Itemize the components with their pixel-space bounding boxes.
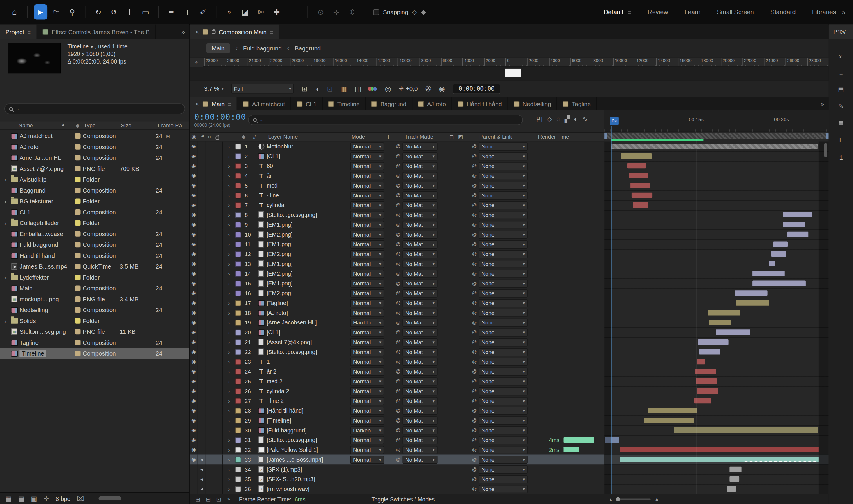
solo-cell[interactable] (206, 337, 214, 347)
expand-arrow[interactable]: › (225, 320, 233, 326)
workspace-standard[interactable]: Standard (770, 9, 796, 15)
eye-icon[interactable]: ◉ (192, 241, 196, 247)
composition-frame[interactable] (505, 69, 521, 77)
workspace-overflow-icon[interactable]: » (841, 8, 846, 16)
blend-mode-dropdown[interactable]: Normal▾ (351, 220, 384, 229)
lock-cell[interactable] (214, 327, 223, 337)
layer-duration-bar[interactable] (736, 300, 769, 305)
parent-pickwhip-icon[interactable]: @ (470, 290, 479, 296)
roto-brush-tool[interactable]: ✄ (254, 4, 268, 20)
rectangle-tool[interactable]: ▭ (139, 4, 152, 20)
layer-name[interactable]: [EM2.png] (267, 231, 351, 238)
matte-pickwhip-icon[interactable]: @ (394, 251, 403, 257)
parent-pickwhip-icon[interactable]: @ (470, 408, 479, 413)
parent-dropdown[interactable]: None▾ (479, 416, 528, 424)
project-row[interactable]: Stelton....svg.png PNG file 11 KB (0, 326, 190, 337)
layer-name[interactable]: Motionblur (267, 143, 351, 150)
blend-mode-dropdown[interactable]: Normal▾ (351, 211, 384, 219)
track-matte-dropdown[interactable]: No Mat▾ (403, 201, 438, 209)
expand-arrow[interactable]: › (225, 359, 233, 365)
blend-mode-dropdown[interactable]: Normal▾ (351, 142, 384, 150)
composition-ruler[interactable]: 2800026000240002200020000180001600014000… (190, 58, 828, 67)
track-matte-dropdown[interactable]: No Mat▾ (403, 259, 438, 268)
track-matte-dropdown[interactable]: No Mat▾ (403, 299, 438, 307)
timeline-tab-aj-roto[interactable]: AJ roto (412, 97, 452, 110)
pan-behind-tool[interactable]: ✛ (123, 4, 137, 20)
solo-cell[interactable] (206, 181, 214, 191)
track-matte-dropdown[interactable]: No Mat▾ (403, 397, 438, 405)
solo-cell[interactable] (206, 269, 214, 278)
column-track-matte[interactable]: Track Matte (405, 134, 433, 140)
item-name[interactable]: Solids (20, 318, 73, 324)
parent-dropdown[interactable]: None▾ (479, 475, 528, 483)
layer-duration-bar[interactable] (716, 329, 750, 335)
lock-cell[interactable] (214, 298, 223, 308)
layer-name[interactable]: [CL1] (267, 329, 351, 336)
tab-composition-main[interactable]: × Composition Main ≡ (190, 24, 279, 39)
layer-row[interactable]: ◉ ◄ › 27 T - line 2 Normal▾ @ No Mat▾ @ … (190, 396, 604, 406)
eye-icon[interactable]: ◉ (192, 271, 196, 276)
matte-pickwhip-icon[interactable]: @ (394, 368, 403, 374)
home-tool[interactable]: ⌂ (7, 4, 21, 20)
timeline-tab-main[interactable]: ×Main≡ (190, 97, 237, 110)
layer-duration-bar[interactable] (620, 447, 819, 452)
eye-icon[interactable]: ◉ (192, 339, 196, 345)
layer-name[interactable]: [EM2.png] (267, 270, 351, 277)
solo-cell[interactable] (206, 318, 214, 327)
item-name[interactable]: AJ roto (20, 144, 73, 150)
label-color-chip[interactable] (75, 133, 81, 139)
blend-mode-dropdown[interactable]: Normal▾ (351, 279, 384, 287)
layer-color-swatch[interactable] (235, 221, 241, 228)
label-color-chip[interactable] (75, 187, 81, 193)
tab-effect-controls[interactable]: Effect Controls James Brown - The B (37, 24, 156, 39)
layer-color-swatch[interactable] (235, 173, 241, 179)
info-comp-name[interactable]: Timeline (68, 43, 89, 50)
column-type[interactable]: Type (84, 122, 96, 128)
layer-color-swatch[interactable] (235, 427, 241, 433)
snap-option-2-icon[interactable]: ◆ (421, 8, 426, 16)
blend-mode-dropdown[interactable]: Normal▾ (351, 230, 384, 238)
blend-mode-dropdown[interactable]: Normal▾ (351, 397, 384, 405)
new-folder-icon[interactable]: ▤ (18, 494, 24, 502)
expand-arrow[interactable]: › (225, 212, 233, 218)
layer-name[interactable]: 60 (267, 163, 351, 169)
blend-mode-dropdown[interactable]: Normal▾ (351, 191, 384, 199)
parent-dropdown[interactable]: None▾ (479, 328, 528, 336)
layer-color-swatch[interactable] (235, 378, 241, 384)
parent-dropdown[interactable]: None▾ (479, 220, 528, 229)
eye-icon[interactable]: ◉ (192, 154, 196, 159)
parent-dropdown[interactable]: None▾ (479, 407, 528, 415)
track-matte-dropdown[interactable]: No Mat▾ (403, 358, 438, 366)
parent-pickwhip-icon[interactable]: @ (470, 329, 479, 335)
view-layout-icon[interactable]: ◫ (355, 85, 361, 93)
matte-pickwhip-icon[interactable]: @ (394, 447, 403, 452)
item-name[interactable]: Main (20, 285, 73, 292)
grid-and-guides-icon[interactable]: ⊞ (301, 85, 307, 93)
parent-pickwhip-icon[interactable]: @ (470, 428, 479, 433)
layer-row[interactable]: ◉ ◄ › 33 [James ...e Boss.mp4] Normal▾ @… (190, 455, 604, 465)
layer-color-swatch[interactable] (235, 408, 241, 414)
track-matte-dropdown[interactable]: No Mat▾ (403, 172, 438, 180)
column-parent-link[interactable]: Parent & Link (479, 134, 512, 140)
layer-row[interactable]: ◉ ◄ › 2 [CL1] Normal▾ @ No Mat▾ @ None▾ (190, 151, 604, 161)
layer-row[interactable]: ◉ ◄ › 10 [EM2.png] Normal▾ @ No Mat▾ @ N… (190, 229, 604, 239)
snapping-checkbox[interactable] (373, 9, 379, 15)
matte-pickwhip-icon[interactable]: @ (394, 310, 403, 316)
item-name[interactable]: AJ matchcut (20, 133, 73, 140)
project-row[interactable]: Baggrund Composition 24 (0, 185, 190, 196)
solo-cell[interactable] (206, 200, 214, 210)
project-row[interactable]: Nedtælling Composition 24 (0, 305, 190, 316)
lock-cell[interactable] (214, 308, 223, 318)
track-matte-dropdown[interactable]: No Mat▾ (403, 250, 438, 258)
eye-icon[interactable]: ◉ (192, 457, 196, 462)
solo-cell[interactable] (206, 474, 214, 484)
layer-color-swatch[interactable] (235, 349, 241, 355)
lock-cell[interactable] (214, 386, 223, 396)
solo-cell[interactable] (206, 288, 214, 298)
layer-row[interactable]: ◉ ◄ › 19 [Arne Jacobsen HL] Hard Li...▾ … (190, 318, 604, 327)
expand-arrow[interactable]: › (225, 388, 233, 394)
magnification-dropdown[interactable]: 3,7 % ▾ (204, 85, 224, 92)
eye-icon[interactable]: ◉ (192, 437, 196, 443)
solo-cell[interactable] (206, 386, 214, 396)
eye-icon[interactable]: ◉ (192, 212, 196, 217)
